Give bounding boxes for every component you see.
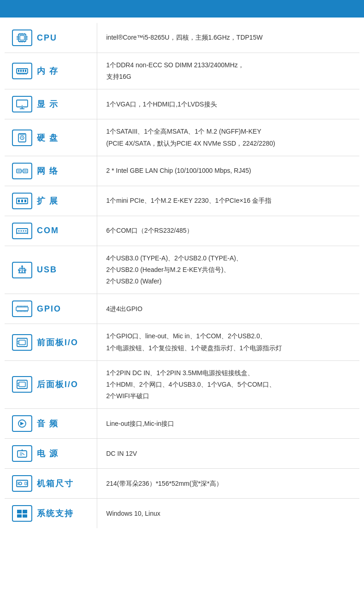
label-cell-network: 网 络 xyxy=(5,156,97,186)
spec-container: CPUintel®Core™i5-8265U，四核，主频1.6GHz，TDP15… xyxy=(0,23,364,538)
label-text-storage: 硬 盘 xyxy=(37,132,59,143)
spec-row-rear-io: 后面板I/O1个2PIN DC IN、1个2PIN 3.5MM电源按钮接线盒、1… xyxy=(5,360,359,409)
svg-rect-89 xyxy=(18,451,27,457)
svg-rect-1 xyxy=(20,35,24,40)
page-header xyxy=(0,0,364,18)
label-text-memory: 内 存 xyxy=(37,65,59,77)
label-text-com: COM xyxy=(37,226,59,236)
svg-rect-46 xyxy=(24,200,26,202)
value-cell-rear-io: 1个2PIN DC IN、1个2PIN 3.5MM电源按钮接线盒、1个HDMI、… xyxy=(97,360,359,409)
svg-rect-98 xyxy=(17,510,22,513)
svg-point-49 xyxy=(21,230,22,231)
label-text-cpu: CPU xyxy=(37,33,57,43)
label-cell-front-io: 前面板I/O xyxy=(5,324,97,360)
spec-row-gpio: GPIO4进4出GPIO xyxy=(5,294,359,324)
spec-row-os: 系统支持Windows 10, Linux xyxy=(5,499,359,529)
svg-rect-37 xyxy=(23,169,28,173)
value-cell-expand: 1个mini PCIe、1个M.2 E-KEY 2230、1个PCIe×16 金… xyxy=(97,186,359,216)
spec-row-com: COM6个COM口（2个RS232/485） xyxy=(5,216,359,246)
svg-rect-36 xyxy=(17,169,21,173)
label-text-power: 电 源 xyxy=(37,448,59,459)
svg-point-96 xyxy=(19,482,22,485)
label-text-usb: USB xyxy=(37,265,57,275)
svg-rect-80 xyxy=(19,340,25,345)
svg-rect-27 xyxy=(25,70,26,72)
svg-point-48 xyxy=(18,230,20,231)
svg-rect-99 xyxy=(23,510,27,513)
chassis-icon xyxy=(12,475,32,492)
svg-point-31 xyxy=(22,105,23,106)
svg-rect-101 xyxy=(23,514,27,518)
label-cell-power: 电 源 xyxy=(5,439,97,469)
spec-row-audio: 音 频Line-out接口,Mic-in接口 xyxy=(5,409,359,439)
usb-icon xyxy=(12,262,32,278)
network-icon xyxy=(12,163,32,179)
label-text-gpio: GPIO xyxy=(37,304,61,314)
value-cell-network: 2 * Intel GBE LAN Chip (10/100/1000 Mbps… xyxy=(97,156,359,186)
svg-point-34 xyxy=(22,137,23,138)
cpu-icon xyxy=(12,29,32,46)
label-text-chassis: 机箱尺寸 xyxy=(37,478,74,489)
spec-row-usb: USB4个USB3.0 (TYPE-A)、2个USB2.0 (TYPE-A)、2… xyxy=(5,246,359,294)
value-cell-power: DC IN 12V xyxy=(97,439,359,469)
svg-line-92 xyxy=(22,453,24,455)
spec-row-memory: 内 存1个DDR4 non-ECC SO DIMM 2133/2400MHz，支… xyxy=(5,53,359,89)
power-icon xyxy=(12,445,32,462)
label-cell-storage: 硬 盘 xyxy=(5,119,97,156)
svg-rect-25 xyxy=(20,70,22,72)
spec-row-power: 电 源DC IN 12V xyxy=(5,439,359,469)
label-cell-display: 显 示 xyxy=(5,89,97,119)
svg-point-51 xyxy=(25,230,27,231)
value-cell-memory: 1个DDR4 non-ECC SO DIMM 2133/2400MHz，支持16… xyxy=(97,53,359,89)
gpio-icon xyxy=(12,300,32,317)
storage-icon xyxy=(12,130,32,146)
value-cell-audio: Line-out接口,Mic-in接口 xyxy=(97,409,359,439)
label-cell-rear-io: 后面板I/O xyxy=(5,360,97,409)
label-text-front-io: 前面板I/O xyxy=(37,337,78,348)
label-cell-os: 系统支持 xyxy=(5,499,97,529)
spec-row-cpu: CPUintel®Core™i5-8265U，四核，主频1.6GHz，TDP15… xyxy=(5,23,359,53)
spec-table: CPUintel®Core™i5-8265U，四核，主频1.6GHz，TDP15… xyxy=(5,23,359,528)
label-cell-memory: 内 存 xyxy=(5,53,97,89)
label-cell-usb: USB xyxy=(5,246,97,294)
panel-icon xyxy=(12,334,32,351)
label-cell-cpu: CPU xyxy=(5,23,97,53)
expand-icon xyxy=(12,193,32,209)
windows-icon xyxy=(12,505,32,522)
label-text-os: 系统支持 xyxy=(37,508,74,519)
svg-rect-24 xyxy=(18,70,19,72)
value-cell-usb: 4个USB3.0 (TYPE-A)、2个USB2.0 (TYPE-A)、2个US… xyxy=(97,246,359,294)
svg-rect-26 xyxy=(23,70,24,72)
spec-row-front-io: 前面板I/O1个GPIO口、line-out、Mic in、1个COM、2个US… xyxy=(5,324,359,360)
value-cell-com: 6个COM口（2个RS232/485） xyxy=(97,216,359,246)
label-cell-com: COM xyxy=(5,216,97,246)
value-cell-front-io: 1个GPIO口、line-out、Mic in、1个COM、2个USB2.0、1… xyxy=(97,324,359,360)
value-cell-os: Windows 10, Linux xyxy=(97,499,359,529)
svg-rect-84 xyxy=(19,382,25,387)
svg-point-50 xyxy=(23,230,24,231)
panel-icon xyxy=(12,376,32,393)
spec-row-network: 网 络2 * Intel GBE LAN Chip (10/100/1000 M… xyxy=(5,156,359,186)
svg-marker-88 xyxy=(20,422,24,425)
value-cell-display: 1个VGA口，1个HDMI口,1个LVDS接头 xyxy=(97,89,359,119)
svg-rect-95 xyxy=(25,482,27,485)
audio-icon xyxy=(12,415,32,432)
com-icon xyxy=(12,223,32,239)
value-cell-cpu: intel®Core™i5-8265U，四核，主频1.6GHz，TDP15W xyxy=(97,23,359,53)
svg-rect-45 xyxy=(21,200,23,202)
label-cell-audio: 音 频 xyxy=(5,409,97,439)
label-text-rear-io: 后面板I/O xyxy=(37,379,78,390)
svg-rect-62 xyxy=(16,307,28,311)
value-cell-chassis: 214(带耳朵236）*156*52mm(宽*深*高） xyxy=(97,469,359,499)
display-icon xyxy=(12,96,32,112)
svg-rect-44 xyxy=(18,200,20,202)
label-cell-expand: 扩 展 xyxy=(5,186,97,216)
value-cell-storage: 1个SATAIII、1个全高MSATA、1个 M.2 (NGFF)M-KEY(P… xyxy=(97,119,359,156)
label-text-network: 网 络 xyxy=(37,165,59,177)
label-cell-chassis: 机箱尺寸 xyxy=(5,469,97,499)
spec-row-storage: 硬 盘1个SATAIII、1个全高MSATA、1个 M.2 (NGFF)M-KE… xyxy=(5,119,359,156)
value-cell-gpio: 4进4出GPIO xyxy=(97,294,359,324)
spec-row-expand: 扩 展1个mini PCIe、1个M.2 E-KEY 2230、1个PCIe×1… xyxy=(5,186,359,216)
label-text-display: 显 示 xyxy=(37,99,59,110)
spec-row-display: 显 示1个VGA口，1个HDMI口,1个LVDS接头 xyxy=(5,89,359,119)
